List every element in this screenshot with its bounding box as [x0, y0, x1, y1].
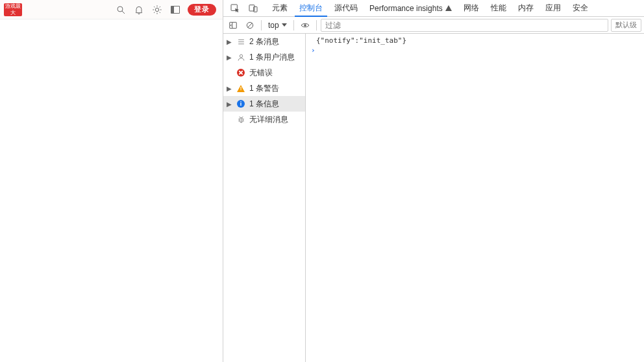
live-expression-icon[interactable]: [298, 18, 312, 32]
chevron-right-icon: ▶: [226, 85, 232, 92]
svg-line-27: [238, 121, 240, 121]
tab-performance-insights[interactable]: Performance insights: [364, 0, 458, 16]
tab-memory[interactable]: 内存: [512, 0, 539, 16]
bug-icon: [236, 115, 245, 124]
clear-console-icon[interactable]: [243, 18, 257, 32]
svg-line-9: [154, 12, 155, 12]
svg-line-10: [160, 6, 160, 7]
sidebar-item-errors[interactable]: 无错误: [223, 65, 305, 80]
tab-console[interactable]: 控制台: [293, 0, 328, 16]
device-toggle-icon[interactable]: [244, 0, 262, 16]
svg-line-7: [154, 6, 155, 7]
toggle-sidebar-icon[interactable]: [226, 18, 240, 32]
sidebar-item-warnings[interactable]: ▶ 1 条警告: [223, 80, 305, 96]
brand-logo[interactable]: 游戏最大: [4, 3, 22, 16]
sidebar-label: 2 条消息: [249, 36, 303, 47]
chevron-down-icon: [282, 23, 287, 27]
user-icon: [236, 53, 245, 62]
svg-line-8: [160, 12, 160, 12]
svg-point-18: [304, 24, 306, 27]
console-sidebar: ▶ 2 条消息 ▶ 1 条用户消息 无错误: [223, 34, 306, 362]
console-message-text: {"notify":"init_tab"}: [316, 36, 406, 45]
app-header: 游戏最大 登录: [0, 0, 223, 19]
filter-input[interactable]: [321, 19, 608, 32]
svg-point-2: [155, 8, 158, 11]
console-input[interactable]: [319, 46, 639, 54]
error-icon: [236, 68, 245, 77]
sun-icon[interactable]: [151, 4, 163, 16]
sidebar-item-user-messages[interactable]: ▶ 1 条用户消息: [223, 49, 305, 65]
sidebar-item-verbose[interactable]: 无详细消息: [223, 112, 305, 127]
app-pane: 游戏最大 登录: [0, 0, 223, 362]
chevron-right-icon: ▶: [226, 38, 232, 45]
svg-line-1: [122, 11, 125, 14]
sidebar-item-messages[interactable]: ▶ 2 条消息: [223, 34, 305, 49]
list-icon: [236, 37, 245, 46]
tab-label: Performance insights: [369, 4, 443, 13]
devtools-panel: 元素 控制台 源代码 Performance insights 网络 性能 内存…: [223, 0, 644, 362]
bell-icon[interactable]: [133, 4, 145, 16]
svg-line-26: [243, 119, 244, 119]
sidebar-item-info[interactable]: ▶ i 1 条信息: [223, 96, 305, 112]
prompt-chevron-icon: ›: [311, 46, 316, 54]
console-output[interactable]: {"notify":"init_tab"} ›: [306, 34, 644, 362]
inspect-element-icon[interactable]: [226, 0, 244, 16]
svg-point-0: [118, 6, 123, 12]
chevron-right-icon: ▶: [226, 54, 232, 61]
panel-icon[interactable]: [169, 4, 181, 16]
app-body: [0, 19, 223, 362]
search-icon[interactable]: [115, 4, 127, 16]
warning-icon: [236, 84, 245, 93]
tab-performance[interactable]: 性能: [485, 0, 512, 16]
svg-line-28: [243, 121, 244, 121]
context-selector[interactable]: top: [266, 21, 290, 30]
console-message[interactable]: {"notify":"init_tab"}: [306, 34, 644, 46]
tab-network[interactable]: 网络: [458, 0, 485, 16]
svg-point-22: [240, 54, 242, 57]
sidebar-label: 无详细消息: [249, 114, 303, 125]
svg-line-17: [248, 23, 253, 27]
info-icon: i: [236, 99, 245, 108]
login-button[interactable]: 登录: [188, 4, 216, 16]
sidebar-label: 无错误: [249, 67, 303, 78]
devtools-tabstrip: 元素 控制台 源代码 Performance insights 网络 性能 内存…: [223, 0, 644, 17]
tab-security[interactable]: 安全: [567, 0, 594, 16]
tab-sources[interactable]: 源代码: [328, 0, 364, 16]
svg-line-25: [238, 119, 240, 119]
chevron-right-icon: ▶: [226, 101, 232, 108]
log-levels-button[interactable]: 默认级: [611, 19, 641, 32]
console-prompt[interactable]: ›: [306, 46, 644, 54]
context-label: top: [268, 21, 279, 30]
sidebar-label: 1 条信息: [249, 99, 303, 110]
sidebar-label: 1 条警告: [249, 83, 303, 94]
tab-application[interactable]: 应用: [539, 0, 567, 16]
sidebar-label: 1 条用户消息: [249, 52, 303, 63]
tab-elements[interactable]: 元素: [266, 0, 293, 16]
flask-icon: [445, 5, 452, 11]
console-toolbar: top 默认级: [223, 17, 644, 34]
